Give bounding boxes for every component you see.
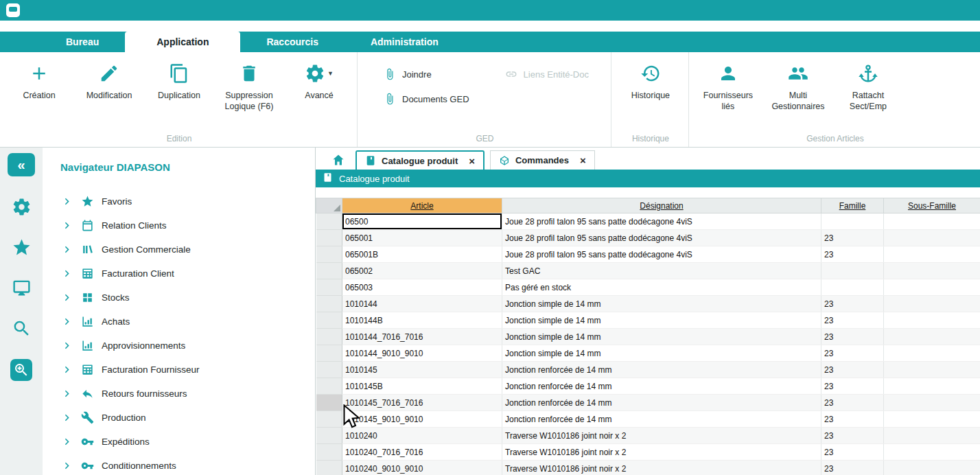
row-selector[interactable] [316,428,342,444]
sidebar-item-approvisionnements[interactable]: Approvisionnements [60,334,315,358]
table-cell[interactable]: 065001 [342,230,502,246]
table-cell[interactable]: Jonction renforcée de 14 mm [502,411,821,428]
home-tab[interactable] [327,150,350,170]
table-cell[interactable]: 23 [821,378,884,395]
sidebar-item-achats[interactable]: Achats [60,310,315,334]
table-cell[interactable]: Test GAC [502,263,821,279]
table-cell[interactable]: 23 [821,444,884,461]
table-cell[interactable]: 1010144_7016_7016 [342,329,502,345]
table-cell[interactable]: 23 [821,296,884,312]
table-row[interactable]: 06500Joue 28 profil talon 95 sans patte … [316,213,980,230]
table-row[interactable]: 1010240Traverse W1010186 joint noir x 22… [316,428,980,444]
row-selector[interactable] [316,461,342,475]
chevron-right-icon[interactable] [60,435,73,448]
table-cell[interactable] [821,213,884,230]
table-cell[interactable] [884,263,980,279]
table-cell[interactable] [884,230,980,246]
row-selector[interactable] [316,378,342,395]
table-cell[interactable]: Jonction simple de 14 mm [502,296,821,312]
table-cell[interactable]: 1010240 [342,428,502,444]
table-cell[interactable]: Joue 28 profil talon 95 sans patte dodéc… [502,230,821,246]
sidebar-item-facturation-fournisseur[interactable]: Facturation Fournisseur [60,358,315,382]
sidebar-item-relation-clients[interactable]: Relation Clients [60,213,315,238]
chevron-right-icon[interactable] [60,195,73,208]
ribbon-button-documents-ged[interactable]: Documents GED [384,93,469,105]
table-cell[interactable] [821,279,884,296]
chevron-right-icon[interactable] [60,339,73,352]
chevron-right-icon[interactable] [60,387,73,400]
table-cell[interactable]: 23 [821,362,884,378]
table-cell[interactable]: 1010240_9010_9010 [342,461,502,475]
ribbon-tab-raccourcis[interactable]: Raccourcis [240,32,344,52]
table-cell[interactable]: Jonction renforcée de 14 mm [502,362,821,378]
ribbon-button-rattacht-sect-emp[interactable]: RattachtSect/Emp [833,55,903,113]
sidebar-item-stocks[interactable]: Stocks [60,286,315,310]
table-cell[interactable] [884,444,980,461]
row-selector[interactable] [316,230,342,246]
chevron-right-icon[interactable] [60,267,73,280]
table-row[interactable]: 1010144_9010_9010Jonction simple de 14 m… [316,345,980,362]
table-cell[interactable]: 065003 [342,279,502,296]
table-cell[interactable]: Joue 28 profil talon 95 sans patte dodéc… [502,213,821,230]
table-cell[interactable] [884,329,980,345]
chevron-right-icon[interactable] [60,219,73,232]
ribbon-tab-bureau[interactable]: Bureau [40,32,125,52]
table-cell[interactable] [884,428,980,444]
table-cell[interactable]: 23 [821,345,884,362]
close-icon[interactable]: × [580,154,586,166]
ribbon-button-avance[interactable]: ▼Avancé [284,55,354,101]
select-all-corner[interactable] [316,198,342,213]
table-cell[interactable]: 23 [821,329,884,345]
ribbon-button-suppression-logique-f6[interactable]: SuppressionLogique (F6) [214,55,284,113]
table-cell[interactable]: Pas géré en stock [502,279,821,296]
collapse-sidebar-button[interactable]: « [8,153,35,176]
row-selector[interactable] [316,329,342,345]
table-cell[interactable]: Traverse W1010186 joint noir x 2 [502,461,821,475]
table-cell[interactable]: 1010145B [342,378,502,395]
table-cell[interactable]: 23 [821,395,884,411]
table-cell[interactable]: 23 [821,230,884,246]
table-row[interactable]: 1010144_7016_7016Jonction simple de 14 m… [316,329,980,345]
table-cell[interactable] [884,362,980,378]
table-cell[interactable] [884,296,980,312]
table-row[interactable]: 1010144BJonction simple de 14 mm23 [316,312,980,329]
chevron-right-icon[interactable] [60,411,73,424]
table-row[interactable]: 1010145BJonction renforcée de 14 mm23 [316,378,980,395]
rail-star-icon[interactable] [12,238,32,257]
column-header-article[interactable]: Article [342,198,502,213]
table-row[interactable]: 1010240_9010_9010Traverse W1010186 joint… [316,461,980,475]
table-row[interactable]: 065001BJoue 28 profil talon 95 sans patt… [316,246,980,263]
column-header-famille[interactable]: Famille [821,198,884,213]
table-cell[interactable]: 1010144_9010_9010 [342,345,502,362]
row-selector[interactable] [316,263,342,279]
row-selector[interactable] [316,279,342,296]
close-icon[interactable]: × [469,155,475,167]
table-cell[interactable]: Jonction simple de 14 mm [502,312,821,329]
chevron-right-icon[interactable] [60,363,73,376]
ribbon-button-historique[interactable]: Historique [616,55,686,101]
row-selector[interactable] [316,411,342,428]
table-row[interactable]: 065001Joue 28 profil talon 95 sans patte… [316,230,980,246]
table-row[interactable]: 1010240_7016_7016Traverse W1010186 joint… [316,444,980,461]
chevron-right-icon[interactable] [60,315,73,328]
table-cell[interactable]: Jonction renforcée de 14 mm [502,378,821,395]
rail-search-icon[interactable] [12,318,32,338]
table-cell[interactable]: 23 [821,428,884,444]
ribbon-tab-application[interactable]: Application [125,32,240,52]
table-row[interactable]: 1010145Jonction renforcée de 14 mm23 [316,362,980,378]
sidebar-item-production[interactable]: Production [60,406,315,430]
table-cell[interactable]: 1010144 [342,296,502,312]
sidebar-item-facturation-client[interactable]: Facturation Client [60,262,315,286]
table-cell[interactable] [884,395,980,411]
row-selector[interactable] [316,246,342,263]
table-cell[interactable]: 23 [821,411,884,428]
row-selector[interactable] [316,296,342,312]
chevron-right-icon[interactable] [60,291,73,304]
table-row[interactable]: 1010145_7016_7016Jonction renforcée de 1… [316,395,980,411]
table-cell[interactable]: 065002 [342,263,502,279]
table-cell[interactable]: Joue 28 profil talon 95 sans patte dodéc… [502,246,821,263]
row-selector[interactable] [316,362,342,378]
table-cell[interactable] [884,279,980,296]
tab-catalogue-produit[interactable]: Catalogue produit× [355,150,485,170]
table-cell[interactable]: 065001B [342,246,502,263]
